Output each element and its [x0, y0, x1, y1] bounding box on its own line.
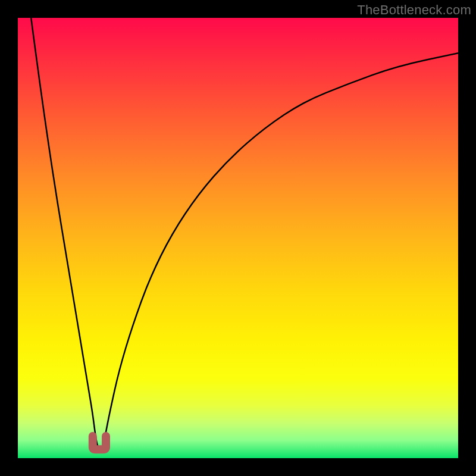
watermark-text: TheBottleneck.com: [357, 2, 471, 18]
outer-frame: TheBottleneck.com: [0, 0, 476, 476]
bottleneck-curve: [18, 18, 458, 458]
plot-area: [18, 18, 458, 458]
curve-line: [31, 18, 458, 449]
notch-marker: [93, 436, 106, 449]
